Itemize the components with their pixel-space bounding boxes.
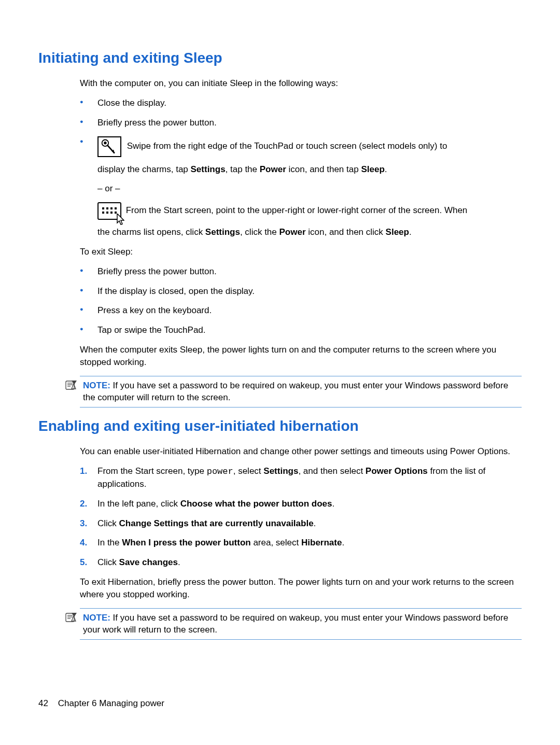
bold-sleep: Sleep xyxy=(386,227,409,237)
list-text: If the display is closed, open the displ… xyxy=(97,286,255,296)
exit-sleep-label: To exit Sleep: xyxy=(80,246,522,258)
svg-point-1 xyxy=(104,142,106,144)
bold-power: Power xyxy=(279,227,306,237)
page-footer: 42 Chapter 6 Managing power xyxy=(38,697,164,710)
list-text-line1: From the Start screen, point to the uppe… xyxy=(123,206,467,216)
bold-text: When I press the power button xyxy=(122,538,250,547)
text-seg: icon, and then tap xyxy=(286,164,361,174)
sleep-initiate-list: Close the display. Briefly press the pow… xyxy=(80,97,522,238)
cursor-icon xyxy=(116,214,124,225)
after-exit-text: When the computer exits Sleep, the power… xyxy=(80,344,522,369)
list-item: Briefly press the power button. xyxy=(80,117,522,129)
list-text-line1: Swipe from the right edge of the TouchPa… xyxy=(124,141,447,151)
section-heading-sleep: Initiating and exiting Sleep xyxy=(38,48,522,68)
bold-sleep: Sleep xyxy=(361,164,384,174)
list-item: Close the display. xyxy=(80,97,522,109)
section-heading-hibernation: Enabling and exiting user-initiated hibe… xyxy=(38,416,522,436)
note-text: NOTE: If you have set a password to be r… xyxy=(83,612,522,637)
text-seg: In the left pane, click xyxy=(97,499,180,509)
bold-text: Settings xyxy=(263,466,298,476)
hibernation-steps: From the Start screen, type power, selec… xyxy=(80,465,522,569)
intro-text: With the computer on, you can initiate S… xyxy=(80,77,522,90)
step-item: In the When I press the power button are… xyxy=(80,537,522,549)
note-label: NOTE: xyxy=(83,613,110,623)
mono-text: power xyxy=(207,467,233,476)
text-seg: In the xyxy=(97,538,122,547)
exit-sleep-list: Briefly press the power button. If the d… xyxy=(80,265,522,336)
text-seg: , tap the xyxy=(226,164,260,174)
text-seg: , and then select xyxy=(298,466,365,476)
step-item: Click Change Settings that are currently… xyxy=(80,517,522,530)
list-item: Tap or swipe the TouchPad. xyxy=(80,324,522,336)
list-text: Briefly press the power button. xyxy=(97,266,217,276)
page-number: 42 xyxy=(38,698,48,708)
intro-text-2: You can enable user-initiated Hibernatio… xyxy=(80,445,522,458)
bold-text: Save changes xyxy=(119,557,178,567)
text-seg: . xyxy=(314,518,316,528)
step-item: Click Save changes. xyxy=(80,556,522,569)
text-seg: From the Start screen, type xyxy=(97,466,207,476)
list-text: Close the display. xyxy=(97,98,166,108)
bold-settings: Settings xyxy=(205,227,240,237)
exit-hibernation-text: To exit Hibernation, briefly press the p… xyxy=(80,576,522,601)
list-text: Tap or swipe the TouchPad. xyxy=(97,325,206,335)
note-label: NOTE: xyxy=(83,381,110,390)
chapter-label: Chapter 6 Managing power xyxy=(58,698,164,708)
list-item: If the display is closed, open the displ… xyxy=(80,285,522,298)
bold-text: Power Options xyxy=(366,466,428,476)
bold-text: Choose what the power button does xyxy=(180,499,332,509)
start-screen-icon xyxy=(97,202,121,220)
list-text: Press a key on the keyboard. xyxy=(97,305,212,315)
text-seg: , select xyxy=(233,466,264,476)
note-icon xyxy=(64,612,78,623)
list-item: Press a key on the keyboard. xyxy=(80,304,522,317)
note-body: If you have set a password to be require… xyxy=(83,613,508,635)
list-item: Swipe from the right edge of the TouchPa… xyxy=(80,136,522,238)
step-item: In the left pane, click Choose what the … xyxy=(80,498,522,510)
note-icon xyxy=(64,379,78,391)
text-seg: the charms list opens, click xyxy=(97,227,205,237)
text-seg: icon, and then click xyxy=(306,227,386,237)
list-text: Briefly press the power button. xyxy=(97,118,217,128)
bold-settings: Settings xyxy=(191,164,226,174)
text-seg: . xyxy=(332,499,334,509)
bold-power: Power xyxy=(260,164,286,174)
text-seg: . xyxy=(385,164,387,174)
text-seg: . xyxy=(409,227,412,237)
bold-text: Change Settings that are currently unava… xyxy=(119,518,314,528)
text-seg: . xyxy=(178,557,180,567)
text-seg: display the charms, tap xyxy=(97,164,191,174)
step-item: From the Start screen, type power, selec… xyxy=(80,465,522,490)
text-seg: area, select xyxy=(251,538,301,547)
or-separator: – or – xyxy=(97,182,522,195)
bold-text: Hibernate xyxy=(301,538,342,547)
touch-gesture-icon xyxy=(97,136,121,157)
text-seg: Click xyxy=(97,557,119,567)
text-seg: , click the xyxy=(240,227,279,237)
text-seg: . xyxy=(342,538,344,547)
note-text: NOTE: If you have set a password to be r… xyxy=(83,379,522,404)
list-item: Briefly press the power button. xyxy=(80,265,522,278)
note-body: If you have set a password to be require… xyxy=(83,381,508,403)
text-seg: Click xyxy=(97,518,119,528)
